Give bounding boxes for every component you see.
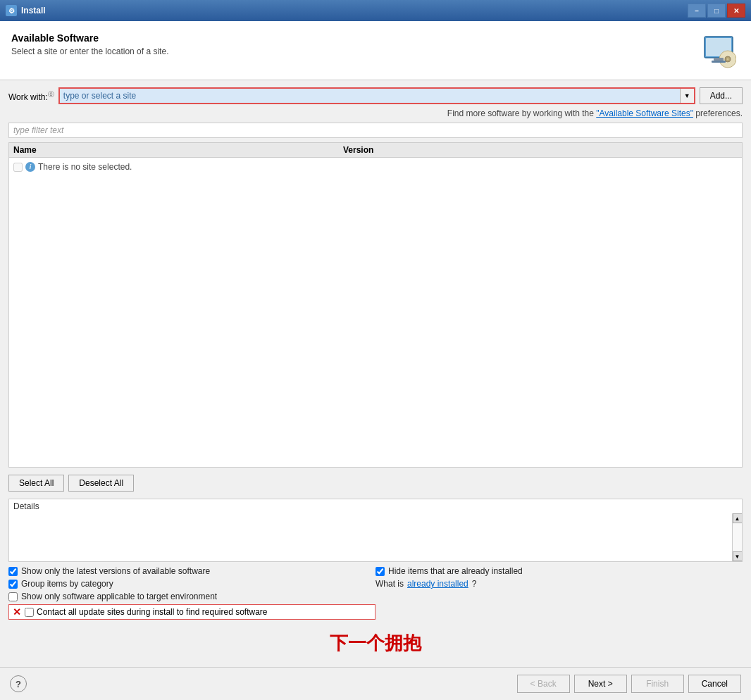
add-button[interactable]: Add...: [700, 87, 743, 104]
svg-rect-6: [712, 61, 726, 63]
titlebar-title: Install: [21, 6, 46, 15]
show-latest-checkbox[interactable]: [8, 567, 18, 576]
scroll-up-arrow[interactable]: ▲: [733, 513, 743, 523]
show-applicable-checkbox[interactable]: [8, 592, 18, 601]
header-icon: [697, 32, 740, 71]
scroll-down-arrow[interactable]: ▼: [733, 551, 743, 561]
svg-rect-5: [714, 58, 724, 61]
hide-installed-row: Hide items that are already installed: [376, 566, 743, 576]
what-installed-row: What is already installed ?: [376, 579, 743, 589]
show-applicable-label: Show only software applicable to target …: [21, 592, 217, 601]
finish-button[interactable]: Finish: [631, 675, 684, 693]
dialog: Available Software Select a site or ente…: [0, 21, 751, 700]
details-section: Details ▲ ▼: [8, 499, 743, 562]
content-area: Work with:⓪ ▼ Add... Find more software …: [0, 80, 751, 667]
help-button[interactable]: ?: [10, 675, 27, 692]
options-right-col: Hide items that are already installed Wh…: [376, 566, 743, 620]
filter-placeholder: type filter text: [13, 125, 63, 135]
maximize-button[interactable]: □: [707, 4, 726, 18]
details-label: Details: [9, 499, 742, 513]
already-installed-link[interactable]: already installed: [407, 579, 468, 589]
minimize-button[interactable]: –: [688, 4, 706, 18]
work-with-input-wrap: ▼: [58, 87, 695, 104]
deselect-all-button[interactable]: Deselect All: [68, 475, 134, 492]
cancel-button[interactable]: Cancel: [688, 675, 741, 693]
details-body: ▲ ▼: [9, 513, 742, 561]
table-body: i There is no site selected.: [9, 158, 742, 467]
x-icon: ✕: [12, 607, 22, 617]
col-name-header: Name: [9, 145, 339, 155]
software-table: Name Version i There is no site selected…: [8, 142, 743, 468]
sites-link-row: Find more software by working with the "…: [8, 108, 743, 118]
app-icon: ⚙: [6, 5, 17, 16]
group-by-category-label: Group items by category: [21, 579, 113, 589]
what-installed-suffix: ?: [472, 579, 477, 589]
work-with-label: Work with:⓪: [8, 90, 54, 102]
show-latest-row: Show only the latest versions of availab…: [8, 566, 376, 576]
close-button[interactable]: ✕: [727, 4, 745, 18]
bottom-bar: ? < Back Next > Finish Cancel: [0, 667, 751, 700]
titlebar-controls: – □ ✕: [688, 4, 745, 18]
options-section: Show only the latest versions of availab…: [8, 566, 743, 620]
next-button[interactable]: Next >: [574, 675, 627, 693]
work-with-row: Work with:⓪ ▼ Add...: [8, 87, 743, 104]
sites-prefix: Find more software by working with the: [447, 108, 596, 118]
work-with-input[interactable]: [60, 89, 680, 103]
header-text: Available Software Select a site or ente…: [11, 32, 697, 56]
filter-text-wrap: type filter text: [8, 123, 743, 138]
header-subtitle: Select a site or enter the location of a…: [11, 46, 697, 56]
col-rest-header: [522, 145, 742, 155]
scroll-track: [733, 523, 742, 551]
details-scrollbar: ▲ ▼: [732, 513, 742, 561]
svg-point-4: [727, 58, 729, 60]
watermark-text: 下一个拥抱: [8, 624, 743, 660]
contact-row-wrap: ✕ Contact all update sites during instal…: [8, 604, 376, 620]
hide-installed-label: Hide items that are already installed: [388, 566, 523, 576]
hide-installed-checkbox[interactable]: [376, 567, 385, 576]
table-action-buttons: Select All Deselect All: [8, 472, 743, 494]
back-button[interactable]: < Back: [517, 675, 570, 693]
nav-buttons: < Back Next > Finish Cancel: [517, 675, 741, 693]
titlebar: ⚙ Install – □ ✕: [0, 0, 751, 21]
no-site-message: There is no site selected.: [38, 162, 132, 172]
header-panel: Available Software Select a site or ente…: [0, 21, 751, 80]
header-title: Available Software: [11, 32, 697, 44]
table-header: Name Version: [9, 143, 742, 158]
available-software-sites-link[interactable]: "Available Software Sites": [596, 108, 693, 118]
no-site-row: i There is no site selected.: [13, 162, 738, 172]
sites-suffix: preferences.: [693, 108, 743, 118]
what-installed-prefix: What is: [376, 579, 404, 589]
computer-icon: [701, 35, 736, 69]
contact-sites-checkbox[interactable]: [25, 608, 34, 617]
col-version-header: Version: [339, 145, 522, 155]
group-by-category-row: Group items by category: [8, 579, 376, 589]
no-site-checkbox[interactable]: [13, 163, 23, 172]
select-all-button[interactable]: Select All: [8, 475, 64, 492]
group-by-category-checkbox[interactable]: [8, 580, 18, 589]
contact-sites-label: Contact all update sites during install …: [37, 607, 268, 617]
info-icon: i: [25, 162, 35, 172]
dropdown-arrow[interactable]: ▼: [680, 89, 694, 103]
show-latest-label: Show only the latest versions of availab…: [21, 566, 210, 576]
options-left-col: Show only the latest versions of availab…: [8, 566, 376, 620]
show-applicable-row: Show only software applicable to target …: [8, 592, 376, 601]
